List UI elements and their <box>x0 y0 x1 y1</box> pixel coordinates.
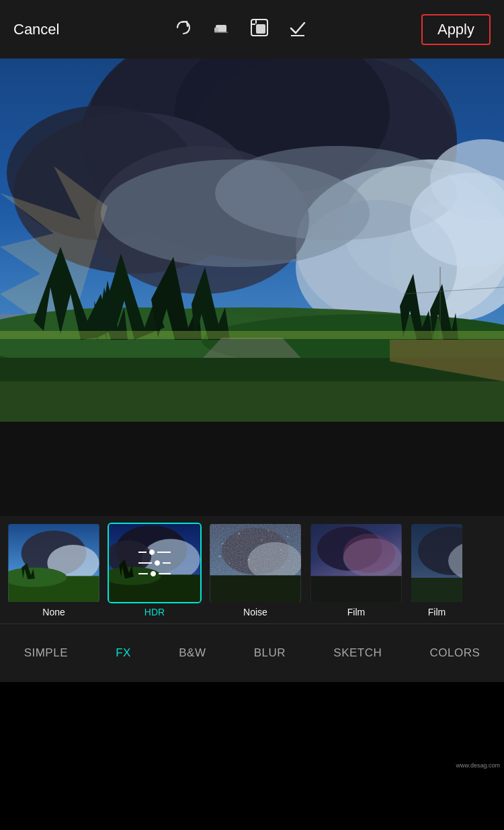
filter-hdr-thumb <box>108 523 202 603</box>
nav-bw[interactable]: B&W <box>179 646 206 660</box>
filter-film2[interactable]: Film <box>410 523 464 617</box>
sticker-icon[interactable] <box>249 17 269 42</box>
filter-hdr-label: HDR <box>144 607 165 617</box>
svg-point-70 <box>228 562 230 564</box>
filter-noise-thumb <box>208 523 302 603</box>
svg-point-72 <box>267 529 269 531</box>
filter-noise[interactable]: Noise <box>208 523 302 617</box>
eraser-icon[interactable] <box>212 18 230 41</box>
svg-rect-85 <box>411 524 464 603</box>
toolbar: Cancel <box>0 0 504 59</box>
filter-film-label: Film <box>347 607 365 617</box>
svg-rect-64 <box>210 575 300 602</box>
apply-button[interactable]: Apply <box>421 14 491 45</box>
filter-film2-label: Film <box>428 607 446 617</box>
filter-none-thumb <box>7 523 101 603</box>
svg-point-73 <box>218 555 220 557</box>
filter-noise-label: Noise <box>243 607 267 617</box>
photo-canvas <box>0 59 504 422</box>
svg-rect-45 <box>0 59 504 422</box>
nav-fx[interactable]: FX <box>116 646 131 660</box>
redo-icon[interactable] <box>174 18 193 41</box>
svg-point-68 <box>281 549 282 550</box>
bottom-nav: SIMPLE FX B&W BLUR SKETCH COLORS <box>0 624 504 682</box>
svg-rect-46 <box>0 331 504 339</box>
svg-point-74 <box>255 568 256 570</box>
nav-simple[interactable]: SIMPLE <box>24 646 68 660</box>
filter-none[interactable]: None <box>7 523 101 617</box>
filter-strip: None <box>0 516 504 624</box>
toolbar-icons <box>174 17 307 42</box>
spacer <box>0 422 504 516</box>
svg-rect-80 <box>310 524 401 602</box>
svg-point-66 <box>238 533 240 535</box>
filter-hdr[interactable]: HDR <box>108 523 202 617</box>
svg-point-71 <box>287 536 288 537</box>
svg-rect-1 <box>214 28 218 32</box>
hdr-icon-overlay <box>138 550 171 576</box>
check-icon[interactable] <box>288 18 307 41</box>
nav-colors[interactable]: COLORS <box>430 646 480 660</box>
filter-film-thumb <box>309 523 403 603</box>
svg-point-65 <box>222 543 224 544</box>
nav-sketch[interactable]: SKETCH <box>333 646 382 660</box>
svg-point-67 <box>261 539 263 541</box>
filter-film[interactable]: Film <box>309 523 403 617</box>
nav-blur[interactable]: BLUR <box>254 646 286 660</box>
svg-point-69 <box>248 558 250 560</box>
svg-rect-4 <box>256 24 265 34</box>
filter-none-label: None <box>42 607 65 617</box>
watermark: www.desag.com <box>456 762 500 769</box>
cancel-button[interactable]: Cancel <box>13 21 59 38</box>
filter-film2-thumb <box>410 523 464 603</box>
